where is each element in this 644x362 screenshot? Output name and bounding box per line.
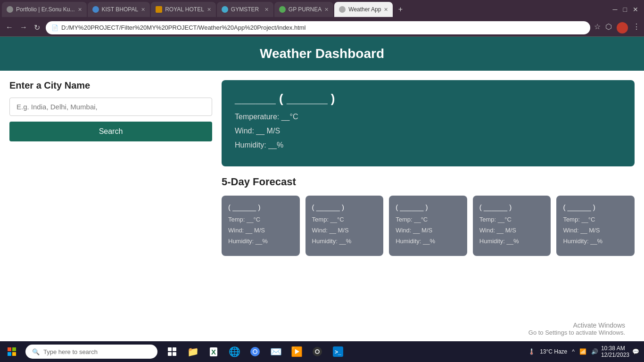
wind-label: Wind: — [235, 127, 254, 135]
reload-button[interactable]: ↻ — [32, 22, 42, 33]
taskbar-search[interactable]: 🔍 Type here to search — [25, 345, 157, 359]
mail-icon[interactable]: ✉️ — [267, 343, 285, 361]
menu-icon[interactable]: ⋮ — [633, 22, 640, 33]
current-humidity: Humidity: __% — [235, 141, 621, 149]
svg-rect-6 — [168, 352, 172, 356]
system-tray: 🌡️ 13°C Haze ^ 📶 🔊 — [528, 348, 598, 355]
tab-bar: Portfolio | Er.Sonu Ku... ✕ KIST BHOPAL … — [0, 0, 644, 19]
svg-text:>_: >_ — [335, 349, 341, 355]
url-text: D:/MY%20PROJECT/Filter%20MY%20PROJECT/We… — [61, 24, 585, 31]
taskbar-search-text: Type here to search — [43, 348, 98, 355]
forecast-humidity-2: Humidity: __% — [312, 238, 377, 245]
forecast-humidity-1: Humidity: __% — [228, 238, 293, 245]
svg-rect-0 — [8, 347, 11, 351]
tab-kist[interactable]: KIST BHOPAL ✕ — [88, 2, 150, 17]
close-button[interactable]: ✕ — [633, 6, 638, 13]
wind-value: __ M/S — [256, 127, 280, 135]
current-weather-card: ______ ( ______ ) Temperature: __°C Wind… — [222, 80, 635, 166]
search-icon: 🔍 — [32, 348, 40, 355]
tab-label-gp: GP PURNEA — [289, 6, 322, 13]
forecast-day-1: ( ______ ) — [228, 203, 293, 211]
extension-icon[interactable]: ⬡ — [605, 22, 612, 33]
page-content: Weather Dashboard Enter a City Name Sear… — [0, 37, 644, 343]
tab-favicon-kist — [92, 6, 99, 13]
tab-favicon-weather — [339, 6, 346, 13]
url-favicon: 📄 — [51, 25, 58, 31]
forecast-day-4: ( ______ ) — [479, 203, 545, 211]
tab-label-gymster: GYMSTER — [231, 6, 262, 13]
forward-button[interactable]: → — [18, 22, 29, 33]
page-header: Weather Dashboard — [0, 37, 644, 71]
temperature-label: Temperature: — [235, 113, 279, 121]
browser-icon[interactable] — [308, 343, 326, 361]
time-display: 10:38 AM — [601, 345, 629, 352]
tab-close-royal[interactable]: ✕ — [207, 7, 211, 13]
chrome-icon[interactable] — [246, 343, 264, 361]
search-button[interactable]: Search — [9, 122, 212, 141]
current-city-title: ______ ( ______ ) — [235, 91, 621, 106]
forecast-card-2: ( ______ ) Temp: __°C Wind: __ M/S Humid… — [305, 196, 384, 256]
windows-icon — [8, 347, 16, 356]
weather-tray-icon: 🌡️ — [528, 348, 535, 355]
tab-close-gp[interactable]: ✕ — [324, 7, 329, 13]
task-view-icon[interactable] — [163, 343, 181, 361]
forecast-card-4: ( ______ ) Temp: __°C Wind: __ M/S Humid… — [473, 196, 551, 256]
tab-close-weather[interactable]: ✕ — [384, 7, 388, 13]
svg-rect-7 — [173, 352, 176, 356]
taskbar-right: 🌡️ 13°C Haze ^ 📶 🔊 10:38 AM 12/21/2023 💬 — [528, 345, 644, 358]
svg-rect-3 — [12, 352, 16, 356]
date-display: 12/21/2023 — [601, 352, 629, 358]
start-button[interactable] — [0, 341, 24, 362]
window-controls: ─ □ ✕ — [613, 6, 642, 13]
notification-icon[interactable]: 💬 — [632, 348, 639, 355]
address-bar: ← → ↻ 📄 D:/MY%20PROJECT/Filter%20MY%20PR… — [0, 19, 644, 37]
file-explorer-icon[interactable]: 📁 — [184, 343, 202, 361]
tab-gymster[interactable]: GYMSTER ✕ — [217, 2, 273, 17]
city-label: Enter a City Name — [9, 80, 212, 91]
current-city-name: ______ — [235, 91, 276, 106]
tab-close-gymster[interactable]: ✕ — [264, 7, 269, 13]
media-icon[interactable]: ▶️ — [288, 343, 305, 361]
excel-icon[interactable]: X — [205, 343, 223, 361]
forecast-temp-2: Temp: __°C — [312, 216, 377, 223]
forecast-wind-2: Wind: __ M/S — [312, 227, 377, 234]
tab-close-kist[interactable]: ✕ — [141, 7, 145, 13]
network-icon: 📶 — [579, 348, 586, 355]
forecast-temp-1: Temp: __°C — [228, 216, 293, 223]
tab-weather[interactable]: Weather App ✕ — [334, 2, 393, 17]
tab-close-portfolio[interactable]: ✕ — [78, 7, 82, 13]
current-temperature: Temperature: __°C — [235, 113, 621, 121]
new-tab-button[interactable]: + — [394, 3, 407, 16]
url-bar[interactable]: 📄 D:/MY%20PROJECT/Filter%20MY%20PROJECT/… — [46, 21, 590, 34]
forecast-humidity-3: Humidity: __% — [396, 238, 461, 245]
tab-favicon-gp — [279, 6, 286, 13]
tab-portfolio[interactable]: Portfolio | Er.Sonu Ku... ✕ — [2, 2, 87, 17]
tab-label-portfolio: Portfolio | Er.Sonu Ku... — [16, 6, 75, 13]
profile-icon[interactable] — [617, 22, 628, 33]
current-wind: Wind: __ M/S — [235, 127, 621, 135]
right-panel: ______ ( ______ ) Temperature: __°C Wind… — [222, 80, 635, 256]
bookmark-icon[interactable]: ☆ — [594, 22, 601, 33]
minimize-button[interactable]: ─ — [613, 6, 618, 13]
humidity-label: Humidity: — [235, 141, 266, 149]
volume-icon: 🔊 — [591, 348, 598, 355]
forecast-wind-5: Wind: __ M/S — [563, 227, 628, 234]
tab-favicon-gymster — [222, 6, 228, 13]
tab-royal[interactable]: ROYAL HOTEL ✕ — [151, 2, 216, 17]
maximize-button[interactable]: □ — [623, 6, 627, 13]
forecast-temp-5: Temp: __°C — [563, 216, 628, 223]
forecast-day-3: ( ______ ) — [396, 203, 461, 211]
edge-icon[interactable]: 🌐 — [225, 343, 243, 361]
taskbar: 🔍 Type here to search 📁 X 🌐 — [0, 341, 644, 362]
tab-label-royal: ROYAL HOTEL — [165, 6, 204, 13]
tray-expand-icon[interactable]: ^ — [572, 348, 575, 355]
tab-gp[interactable]: GP PURNEA ✕ — [274, 2, 333, 17]
vscode-icon[interactable]: >_ — [329, 343, 347, 361]
tab-label-weather: Weather App — [348, 6, 381, 13]
humidity-value: __% — [268, 141, 283, 149]
main-layout: Enter a City Name Search ______ ( ______… — [0, 71, 644, 265]
forecast-temp-3: Temp: __°C — [396, 216, 461, 223]
tab-favicon-portfolio — [7, 6, 13, 13]
back-button[interactable]: ← — [4, 22, 15, 33]
city-input[interactable] — [9, 98, 212, 116]
